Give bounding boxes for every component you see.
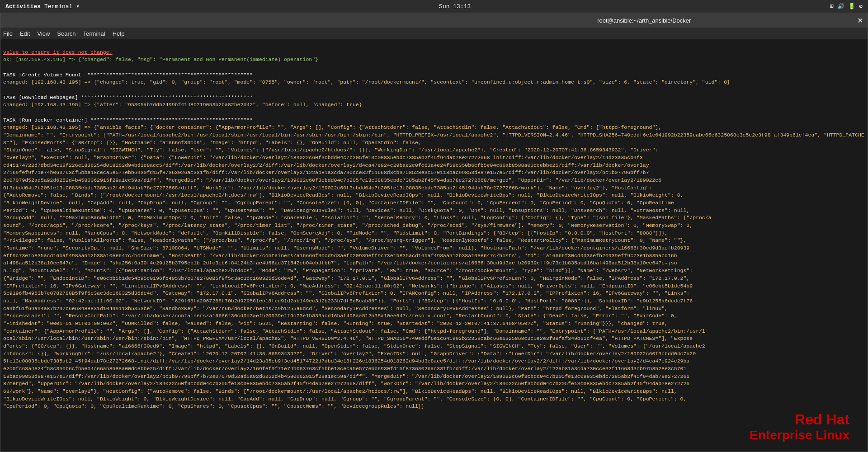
menu-file[interactable]: File bbox=[3, 30, 13, 37]
line-6: TASK [Download webpages] ***************… bbox=[3, 94, 253, 100]
terminal-arrow-icon: ▾ bbox=[76, 3, 80, 10]
system-bar-right: ⊞ 🔊 🔋 ⚙ bbox=[830, 3, 863, 10]
menu-search[interactable]: Search bbox=[57, 30, 75, 37]
terminal-output[interactable]: value to ensure it does not change. ok: … bbox=[0, 39, 868, 427]
line-1: ok: [192.168.43.195] => {"changed": fals… bbox=[3, 56, 318, 62]
redhat-text2: Enterprise Linux bbox=[750, 428, 849, 443]
system-bar-left: Activities Terminal ▾ bbox=[5, 3, 80, 10]
grid-icon[interactable]: ⊞ bbox=[830, 3, 834, 10]
terminal-window: root@ansible:~/arth_ansible/Docker ✕ Fil… bbox=[0, 13, 868, 452]
terminal-titlebar: root@ansible:~/arth_ansible/Docker ✕ bbox=[0, 13, 868, 28]
menu-edit[interactable]: Edit bbox=[20, 30, 30, 37]
terminal-menu-button[interactable]: Terminal ▾ bbox=[44, 3, 80, 10]
terminal-title: root@ansible:~/arth_ansible/Docker bbox=[431, 17, 858, 24]
system-bar-clock: Sun 13:13 bbox=[439, 3, 471, 10]
terminal-body: value to ensure it does not change. ok: … bbox=[0, 39, 868, 452]
line-7: changed: [192.168.43.195] => {"after": "… bbox=[3, 102, 362, 108]
settings-icon[interactable]: ⚙ bbox=[859, 3, 863, 10]
line-0: value to ensure it does not change. bbox=[3, 49, 113, 55]
line-9: TASK [Run docker container] ************… bbox=[3, 117, 253, 123]
sound-icon[interactable]: 🔊 bbox=[837, 3, 844, 10]
line-4: changed: [192.168.43.195] => {"changed":… bbox=[3, 79, 730, 85]
terminal-close-button[interactable]: ✕ bbox=[857, 16, 863, 25]
system-bar: Activities Terminal ▾ Sun 13:13 ⊞ 🔊 🔋 ⚙ bbox=[0, 0, 868, 13]
line-10: changed: [192.168.43.195] => {"ansible_f… bbox=[3, 124, 864, 409]
line-3: TASK [Create Volume Mount] *************… bbox=[3, 72, 253, 78]
menu-terminal[interactable]: Terminal bbox=[83, 30, 105, 37]
menu-help[interactable]: Help bbox=[113, 30, 125, 37]
terminal-label: Terminal bbox=[44, 3, 72, 10]
terminal-menubar: File Edit View Search Terminal Help bbox=[0, 28, 868, 39]
battery-icon[interactable]: 🔋 bbox=[848, 3, 855, 10]
activities-button[interactable]: Activities bbox=[5, 3, 41, 10]
menu-view[interactable]: View bbox=[37, 30, 50, 37]
